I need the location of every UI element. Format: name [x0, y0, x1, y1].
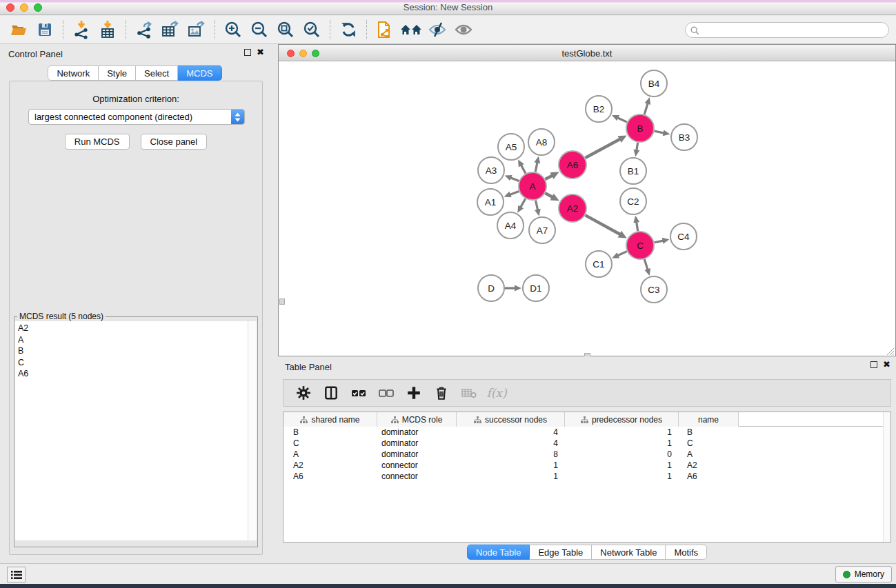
table-cell: B	[679, 427, 739, 438]
column-header-predecessor-nodes[interactable]: predecessor nodes	[565, 412, 679, 427]
close-table-panel-icon[interactable]: ✖	[883, 361, 890, 369]
graph-edge-B-B1[interactable]	[637, 143, 638, 151]
table-row[interactable]: A6connector11A6	[283, 471, 890, 482]
table-cell: dominator	[377, 438, 457, 449]
graph-edge-A-A6[interactable]	[546, 176, 552, 180]
add-column-icon[interactable]	[402, 382, 426, 404]
table-row[interactable]: A2connector11A2	[283, 460, 890, 471]
optimization-criterion-select[interactable]: largest connected component (directed)	[28, 109, 245, 125]
close-panel-icon[interactable]: ✖	[257, 48, 264, 57]
graph-edge-C-C4[interactable]	[655, 241, 664, 243]
tab-motifs[interactable]: Motifs	[666, 545, 707, 560]
graph-edge-A-A2[interactable]	[545, 193, 552, 197]
graph-edge-arrow	[645, 97, 651, 105]
search-input[interactable]	[685, 22, 889, 38]
column-header-shared-name[interactable]: shared name	[283, 412, 377, 427]
graph-edge-A2-C[interactable]	[585, 215, 620, 234]
network-canvas[interactable]: AA1A2A3A4A5A6A7A8BB1B2B3B4CC1C2C3C4DD1	[279, 61, 895, 356]
delete-table-icon[interactable]	[457, 382, 481, 404]
hide-panel-icon[interactable]	[424, 19, 450, 41]
import-table-icon[interactable]	[94, 19, 121, 41]
tab-network-table[interactable]: Network Table	[592, 545, 666, 560]
graph-edge-arrow	[644, 268, 650, 276]
result-list-scrollbar[interactable]	[248, 321, 257, 540]
graph-edge-C-C2[interactable]	[637, 222, 638, 232]
settings-gear-icon[interactable]	[292, 382, 315, 404]
graph-edge-A-A3[interactable]	[510, 178, 519, 181]
panel-splitter[interactable]	[270, 44, 278, 563]
graph-edge-A-A8[interactable]	[535, 162, 537, 172]
window-resize-grip-icon[interactable]	[886, 346, 895, 355]
tab-style[interactable]: Style	[99, 65, 136, 81]
network-window-titlebar[interactable]: testGlobe.txt	[279, 45, 895, 61]
tab-network[interactable]: Network	[48, 65, 99, 81]
close-panel-button[interactable]: Close panel	[141, 134, 208, 150]
network-from-file-icon[interactable]	[372, 19, 398, 41]
table-cell: 0	[565, 449, 679, 460]
desktop-edge	[0, 584, 896, 588]
zoom-in-icon[interactable]	[220, 19, 246, 41]
table-cell: A2	[283, 460, 377, 471]
zoom-out-icon[interactable]	[246, 19, 272, 41]
table-row[interactable]: Bdominator41B	[283, 427, 890, 438]
column-header-MCDS-role[interactable]: MCDS role	[377, 412, 457, 427]
tab-select[interactable]: Select	[136, 65, 178, 81]
tab-mcds[interactable]: MCDS	[178, 65, 221, 81]
network-view-window: testGlobe.txt AA1A2A3A4A5A6A7A8BB1B2B3B4…	[278, 44, 896, 356]
table-scrollbar[interactable]	[883, 412, 890, 542]
delete-icon[interactable]	[430, 382, 453, 404]
graph-edge-B-B4[interactable]	[644, 103, 648, 114]
zoom-fit-icon[interactable]	[272, 19, 299, 41]
home-icon[interactable]	[398, 19, 424, 41]
graph-edge-B-B3[interactable]	[655, 131, 664, 133]
result-item[interactable]: A2	[18, 323, 257, 334]
show-panel-icon[interactable]	[450, 19, 477, 41]
result-item[interactable]: A	[18, 334, 257, 346]
graph-edge-A-A5[interactable]	[521, 165, 526, 173]
float-panel-icon[interactable]	[244, 49, 251, 56]
graph-edge-arrow	[535, 209, 541, 216]
zoom-selected-icon[interactable]	[299, 19, 325, 41]
table-cell: 1	[565, 438, 679, 449]
table-cell: A2	[679, 460, 739, 471]
control-panel-title: Control Panel	[8, 49, 63, 59]
tab-node-table[interactable]: Node Table	[467, 545, 530, 560]
export-image-icon[interactable]	[183, 19, 210, 41]
column-header-name[interactable]: name	[679, 412, 739, 427]
graph-edge-C-C3[interactable]	[644, 259, 648, 270]
table-cell: 1	[565, 427, 679, 438]
result-item[interactable]: B	[18, 345, 257, 357]
graph-edge-A-A1[interactable]	[510, 191, 519, 194]
table-cell: B	[283, 427, 377, 438]
float-table-panel-icon[interactable]	[870, 361, 877, 368]
graph-edge-A-A7[interactable]	[535, 201, 537, 210]
table-row[interactable]: Cdominator41C	[283, 438, 890, 449]
memory-button[interactable]: Memory	[835, 566, 892, 582]
window-left-resize-handle[interactable]	[279, 298, 285, 305]
graph-node-label: D	[488, 283, 495, 294]
graph-edge-C-C1[interactable]	[617, 252, 626, 256]
graph-edge-A-A4[interactable]	[521, 199, 526, 207]
refresh-icon[interactable]	[335, 19, 361, 41]
result-item[interactable]: C	[18, 357, 257, 369]
table-row[interactable]: Adominator80A	[283, 449, 890, 460]
select-all-icon[interactable]	[347, 382, 370, 404]
optimization-criterion-label: Optimization criterion:	[10, 94, 262, 104]
save-session-icon[interactable]	[32, 19, 58, 41]
graph-edge-arrow	[504, 192, 512, 197]
task-history-icon[interactable]	[7, 567, 26, 582]
graph-edge-A6-B[interactable]	[585, 139, 620, 158]
table-panel-title: Table Panel	[285, 362, 332, 372]
import-network-icon[interactable]	[68, 19, 94, 41]
run-mcds-button[interactable]: Run MCDS	[65, 134, 130, 150]
export-network-icon[interactable]	[131, 19, 157, 41]
graph-edge-B-B2[interactable]	[617, 118, 627, 122]
column-layout-icon[interactable]	[319, 382, 343, 404]
result-item[interactable]: A6	[18, 368, 257, 380]
deselect-all-icon[interactable]	[375, 382, 398, 404]
export-table-icon[interactable]	[157, 19, 183, 41]
function-builder-icon[interactable]: f(x)	[485, 382, 508, 404]
tab-edge-table[interactable]: Edge Table	[530, 545, 592, 560]
column-header-successor-nodes[interactable]: successor nodes	[457, 412, 565, 427]
open-file-icon[interactable]	[6, 19, 32, 41]
